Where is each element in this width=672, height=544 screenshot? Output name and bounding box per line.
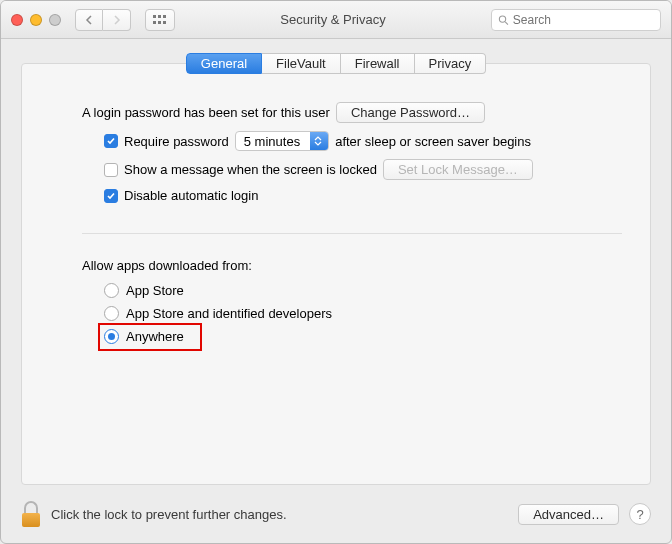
forward-button[interactable] <box>103 9 131 31</box>
option-appstore[interactable]: App Store <box>104 283 622 298</box>
radio-appstore[interactable] <box>104 283 119 298</box>
advanced-button[interactable]: Advanced… <box>518 504 619 525</box>
set-lock-message-button: Set Lock Message… <box>383 159 533 180</box>
radio-anywhere[interactable] <box>104 329 119 344</box>
chevron-left-icon <box>85 15 93 25</box>
tab-general[interactable]: General <box>186 53 262 74</box>
tab-firewall[interactable]: Firewall <box>341 53 415 74</box>
show-all-button[interactable] <box>145 9 175 31</box>
option-anywhere-label: Anywhere <box>126 329 184 344</box>
check-icon <box>106 136 116 146</box>
lock-button[interactable] <box>21 501 41 527</box>
password-intro-row: A login password has been set for this u… <box>82 102 622 123</box>
svg-rect-1 <box>158 15 161 18</box>
require-password-suffix: after sleep or screen saver begins <box>335 134 531 149</box>
divider <box>82 233 622 234</box>
back-button[interactable] <box>75 9 103 31</box>
titlebar: Security & Privacy <box>1 1 671 39</box>
tab-bar: General FileVault Firewall Privacy <box>22 53 650 74</box>
disable-auto-login-row: Disable automatic login <box>104 188 622 203</box>
chevron-right-icon <box>113 15 121 25</box>
option-anywhere[interactable]: Anywhere <box>104 329 622 344</box>
show-message-row: Show a message when the screen is locked… <box>104 159 622 180</box>
require-password-row: Require password 5 minutes after sleep o… <box>104 131 622 151</box>
svg-rect-0 <box>153 15 156 18</box>
help-button[interactable]: ? <box>629 503 651 525</box>
disable-auto-login-label: Disable automatic login <box>124 188 258 203</box>
minimize-icon[interactable] <box>30 14 42 26</box>
window-title: Security & Privacy <box>183 12 483 27</box>
require-delay-select[interactable]: 5 minutes <box>235 131 329 151</box>
svg-rect-3 <box>153 21 156 24</box>
gatekeeper-label: Allow apps downloaded from: <box>82 258 622 273</box>
svg-line-7 <box>505 21 508 24</box>
general-content: A login password has been set for this u… <box>22 74 650 354</box>
tab-filevault[interactable]: FileVault <box>262 53 341 74</box>
zoom-icon[interactable] <box>49 14 61 26</box>
require-password-label: Require password <box>124 134 229 149</box>
radio-identified[interactable] <box>104 306 119 321</box>
search-input[interactable] <box>491 9 661 31</box>
option-appstore-label: App Store <box>126 283 184 298</box>
close-icon[interactable] <box>11 14 23 26</box>
search-field[interactable] <box>513 13 654 27</box>
window-controls <box>11 14 61 26</box>
main-panel: General FileVault Firewall Privacy A log… <box>21 63 651 485</box>
lock-body-icon <box>22 513 40 527</box>
check-icon <box>106 191 116 201</box>
change-password-button[interactable]: Change Password… <box>336 102 485 123</box>
option-identified-label: App Store and identified developers <box>126 306 332 321</box>
svg-rect-5 <box>163 21 166 24</box>
svg-point-6 <box>499 15 505 21</box>
nav-back-forward <box>75 9 131 31</box>
search-icon <box>498 14 509 26</box>
security-privacy-window: Security & Privacy General FileVault Fir… <box>0 0 672 544</box>
show-message-checkbox[interactable] <box>104 163 118 177</box>
disable-auto-login-checkbox[interactable] <box>104 189 118 203</box>
password-intro-text: A login password has been set for this u… <box>82 105 330 120</box>
updown-icon <box>310 132 328 150</box>
require-delay-value: 5 minutes <box>236 133 310 150</box>
require-password-checkbox[interactable] <box>104 134 118 148</box>
svg-rect-2 <box>163 15 166 18</box>
svg-rect-4 <box>158 21 161 24</box>
option-identified[interactable]: App Store and identified developers <box>104 306 622 321</box>
gatekeeper-options: App Store App Store and identified devel… <box>104 283 622 344</box>
grid-icon <box>153 15 167 25</box>
body: General FileVault Firewall Privacy A log… <box>1 39 671 543</box>
tab-privacy[interactable]: Privacy <box>415 53 487 74</box>
show-message-label: Show a message when the screen is locked <box>124 162 377 177</box>
footer: Click the lock to prevent further change… <box>1 485 671 543</box>
lock-hint-text: Click the lock to prevent further change… <box>51 507 508 522</box>
